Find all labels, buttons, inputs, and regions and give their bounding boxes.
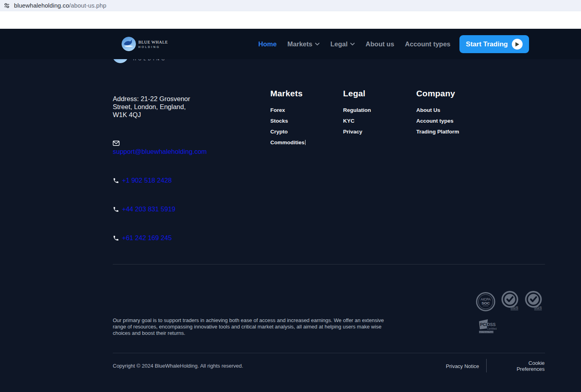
phone-row: +61 242 169 245 (113, 234, 172, 242)
email-row: support@bluewhaleholding.com (113, 141, 207, 155)
sgs-badge: SGS (501, 291, 519, 311)
sgs-badge: SGS (525, 291, 543, 311)
footer-column-company: Company About Us Account types Trading P… (416, 89, 459, 140)
header-brand-subname: HOLDING (138, 46, 168, 48)
footer-brand-subname: HOLDING (133, 59, 172, 61)
bottom-links-divider (486, 359, 487, 372)
support-email-link[interactable]: support@bluewhaleholding.com (113, 148, 207, 155)
svg-text:Certified: Certified (487, 327, 497, 330)
column-title: Legal (343, 89, 371, 98)
svg-text:SGS: SGS (510, 305, 518, 310)
column-title: Company (416, 89, 459, 98)
header-logo-text: BLUE WHALE HOLDING (138, 40, 168, 48)
site-header: BLUE WHALE HOLDING Home Markets Legal Ab… (0, 29, 581, 59)
phone-link[interactable]: +44 203 831 5919 (122, 205, 176, 213)
footer-divider-bottom (113, 353, 545, 353)
phone-link[interactable]: +1 902 518 2428 (122, 177, 172, 184)
start-trading-button[interactable]: Start Trading (459, 35, 529, 53)
svg-text:DSS: DSS (487, 322, 496, 327)
phone-icon (113, 177, 119, 184)
aicpa-soc-badge: AICPA SOC (476, 292, 495, 312)
main-nav: Home Markets Legal About us Account type… (258, 29, 451, 59)
nav-about-us[interactable]: About us (365, 40, 394, 48)
browser-address-bar[interactable]: bluewhaleholding.co/about-us.php (0, 0, 581, 11)
footer-column-legal: Legal Regulation KYC Privacy (343, 89, 371, 140)
footer-link-forex[interactable]: Forex (270, 107, 305, 113)
play-icon (512, 39, 523, 50)
url-path: /about-us.php (69, 2, 106, 9)
footer-link-crypto[interactable]: Crypto (270, 129, 305, 135)
footer-link-commodities[interactable]: Commodities (270, 140, 305, 145)
footer-link-privacy[interactable]: Privacy (343, 129, 371, 135)
copyright-text: Copyright © 2024 BlueWhaleHolding. All r… (113, 363, 243, 369)
phone-icon (113, 235, 119, 241)
footer-link-regulation[interactable]: Regulation (343, 107, 371, 113)
footer-link-about-us[interactable]: About Us (416, 107, 459, 113)
phone-row: +1 902 518 2428 (113, 177, 172, 184)
svg-text:Level 1 Service Provider: Level 1 Service Provider (478, 331, 495, 333)
footer-column-markets: Markets Forex Stocks Crypto Commodities (270, 89, 305, 151)
header-logo[interactable]: BLUE WHALE HOLDING (122, 37, 168, 51)
svg-text:PCI: PCI (480, 322, 487, 327)
chevron-down-icon (315, 43, 319, 46)
phone-row: +44 203 831 5919 (113, 205, 176, 213)
page-top-whitespace (0, 11, 581, 29)
text-cursor (305, 140, 305, 145)
header-brand-name: BLUE WHALE (138, 40, 168, 44)
phone-link[interactable]: +61 242 169 245 (122, 234, 172, 242)
column-title: Markets (270, 89, 305, 98)
chevron-down-icon (350, 43, 355, 46)
phone-icon (113, 206, 119, 213)
svg-text:SGS: SGS (534, 305, 542, 310)
footer-link-kyc[interactable]: KYC (343, 118, 371, 124)
footer-logo-text: BLUE WHALE HOLDING (133, 59, 172, 61)
footer-logo-clipped: BLUE WHALE HOLDING (112, 59, 200, 68)
tune-icon[interactable] (4, 2, 10, 9)
footer-link-account-types[interactable]: Account types (416, 118, 459, 124)
footer-logo: BLUE WHALE HOLDING (112, 59, 172, 63)
svg-text:SOC: SOC (481, 301, 490, 305)
footer-logo-whale-icon (112, 59, 128, 63)
privacy-notice-link[interactable]: Privacy Notice (446, 363, 479, 369)
nav-account-types[interactable]: Account types (405, 40, 451, 48)
company-address: Address: 21-22 Grosvenor Street, London,… (113, 95, 190, 119)
footer-link-trading-platform[interactable]: Trading Platform (416, 129, 459, 135)
footer-description: Our primary goal is to support traders i… (113, 317, 385, 336)
url-text[interactable]: bluewhaleholding.co/about-us.php (14, 2, 106, 9)
certification-badges: AICPA SOC SGS SGS (476, 291, 543, 312)
footer-link-stocks[interactable]: Stocks (270, 118, 305, 124)
nav-markets[interactable]: Markets (288, 40, 319, 48)
pci-dss-badge: PCI DSS Certified Level 1 Service Provid… (478, 319, 497, 334)
nav-home[interactable]: Home (258, 40, 277, 48)
footer-divider-top (113, 264, 545, 265)
envelope-icon (113, 141, 120, 146)
header-logo-whale-icon (122, 37, 136, 51)
url-host: bluewhaleholding.co (14, 2, 69, 9)
nav-legal[interactable]: Legal (330, 40, 355, 48)
page-body: BLUE WHALE HOLDING BLU (0, 29, 581, 392)
cookie-preferences-link[interactable]: Cookie Preferences (505, 360, 545, 372)
